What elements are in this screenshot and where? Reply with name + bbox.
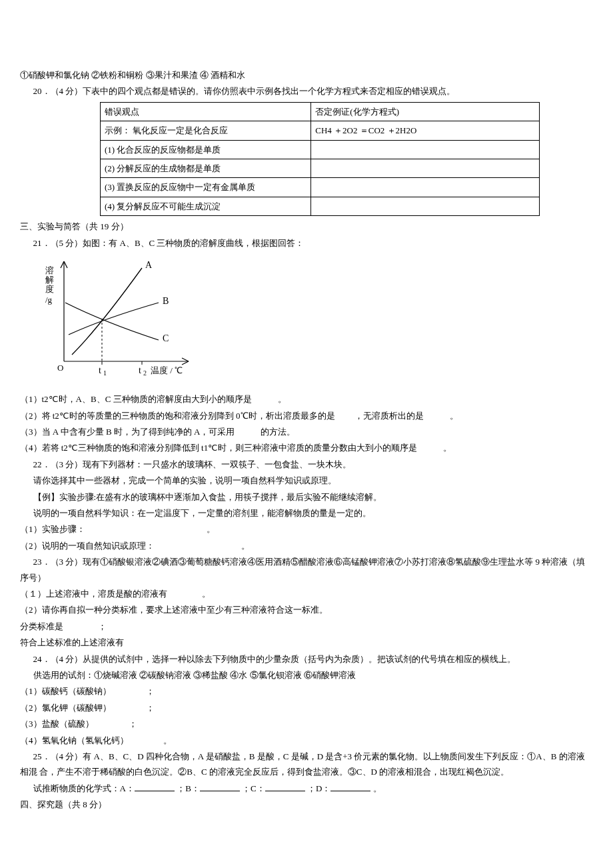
chart-svg: 溶 解 度 /g O t1 t2 温度 / ℃ A B C xyxy=(39,255,199,381)
svg-text:解: 解 xyxy=(45,275,54,285)
section4-heading: 四、探究题（共 8 分） xyxy=(20,797,593,812)
q20-stem: 20．（4 分）下表中的四个观点都是错误的。请你仿照表中示例各找出一个化学方程式… xyxy=(20,83,593,99)
q24-stem: 24．（4 分）从提供的试剂中，选择一种以除去下列物质中的少量杂质（括号内为杂质… xyxy=(20,651,593,667)
blank-C xyxy=(265,783,305,791)
table-row: 示例： 氧化反应一定是化合反应 CH4 ＋2O2 ＝CO2 ＋2H2O xyxy=(101,121,540,140)
q22-sub2: （2）说明的一项自然知识或原理： 。 xyxy=(20,538,593,553)
svg-line-4 xyxy=(182,358,189,361)
q21-sub2: （2）将 t2℃时的等质量的三种物质的饱和溶液分别降到 0℃时，析出溶质最多的是… xyxy=(20,408,593,423)
blank-A xyxy=(135,783,175,791)
q21-stem: 21．（5 分）如图：有 A、B、C 三种物质的溶解度曲线，根据图回答： xyxy=(20,235,593,251)
q24-sub4: （4）氢氧化钠（氢氧化钙） 。 xyxy=(20,733,593,748)
svg-line-1 xyxy=(61,261,64,268)
empty-cell xyxy=(311,140,540,159)
q22-l3: 【例】实验步骤:在盛有水的玻璃杯中逐渐加入食盐，用筷子搅拌，最后实验不能继续溶解… xyxy=(20,489,593,505)
svg-text:t: t xyxy=(139,365,141,375)
q21-sub1: （1）t2℃时，A、B、C 三种物质的溶解度由大到小的顺序是 。 xyxy=(20,391,593,407)
table-row: (1) 化合反应的反应物都是单质 xyxy=(101,140,540,159)
svg-text:C: C xyxy=(163,333,169,343)
q22-l2: 请你选择其中一些器材，完成一个简单的实验，说明一项自然科学知识或原理。 xyxy=(20,473,593,488)
example-cell: CH4 ＋2O2 ＝CO2 ＋2H2O xyxy=(311,121,540,140)
blank-B xyxy=(200,783,240,791)
empty-cell xyxy=(311,159,540,177)
q23-l3: 分类标准是 ； xyxy=(20,619,593,634)
q25-stem: 25．（4 分）有 A、B、C、D 四种化合物，A 是硝酸盐，B 是酸，C 是碱… xyxy=(20,749,593,780)
q22-l4: 说明的一项自然科学知识：在一定温度下，一定量的溶剂里，能溶解物质的量是一定的。 xyxy=(20,505,593,521)
svg-text:温度 / ℃: 温度 / ℃ xyxy=(151,365,183,375)
row-cell: (2) 分解反应的生成物都是单质 xyxy=(101,159,311,177)
q25-b: ；B： xyxy=(177,783,200,793)
row-cell: (4) 复分解反应不可能生成沉淀 xyxy=(101,197,311,215)
q23-l4: 符合上述标准的上述溶液有 xyxy=(20,635,593,650)
svg-line-2 xyxy=(64,261,67,268)
header-cell: 错误观点 xyxy=(101,102,311,121)
q25-c: ；C： xyxy=(242,783,265,793)
empty-cell xyxy=(311,178,540,197)
table-row: (4) 复分解反应不可能生成沉淀 xyxy=(101,197,540,215)
row-cell: (3) 置换反应的反应物中一定有金属单质 xyxy=(101,178,311,197)
svg-text:t: t xyxy=(99,365,101,375)
q21-sub4: （4）若将 t2℃三种物质的饱和溶液分别降低到 t1℃时，则三种溶液中溶质的质量… xyxy=(20,440,593,455)
q21-sub3: （3）当 A 中含有少量 B 时，为了得到纯净的 A，可采用 的方法。 xyxy=(20,424,593,439)
section3-heading: 三、实验与简答（共 19 分） xyxy=(20,219,593,234)
svg-text:A: A xyxy=(145,260,153,270)
svg-text:O: O xyxy=(57,363,63,373)
svg-text:2: 2 xyxy=(143,369,147,377)
svg-text:度: 度 xyxy=(45,284,54,294)
q25-prefix: 试推断物质的化学式：A： xyxy=(33,783,135,793)
q24-sub3: （3）盐酸（硫酸） ； xyxy=(20,716,593,731)
q24-sub2: （2）氯化钾（碳酸钾） ； xyxy=(20,700,593,715)
q25-d: ；D： xyxy=(307,783,330,793)
q24-l2: 供选用的试剂：①烧碱溶液 ②碳酸钠溶液 ③稀盐酸 ④水 ⑤氯化钡溶液 ⑥硝酸钾溶… xyxy=(20,667,593,683)
svg-line-5 xyxy=(182,361,189,365)
empty-cell xyxy=(311,197,540,215)
header-cell: 否定例证(化学方程式) xyxy=(311,102,540,121)
table-row: (3) 置换反应的反应物中一定有金属单质 xyxy=(101,178,540,197)
table-row: 错误观点 否定例证(化学方程式) xyxy=(101,102,540,121)
q22-sub1: （1）实验步骤： 。 xyxy=(20,521,593,537)
table-row: (2) 分解反应的生成物都是单质 xyxy=(101,159,540,177)
q25-end: 。 xyxy=(373,783,382,793)
q25-answer-line: 试推断物质的化学式：A： ；B： ；C： ；D： 。 xyxy=(20,781,593,796)
svg-text:溶: 溶 xyxy=(45,265,54,275)
solubility-chart: 溶 解 度 /g O t1 t2 温度 / ℃ A B C xyxy=(39,255,593,386)
row-cell: (1) 化合反应的反应物都是单质 xyxy=(101,140,311,159)
q19-continued: ①硝酸钾和氯化钠 ②铁粉和铜粉 ③果汁和果渣 ④ 酒精和水 xyxy=(20,67,593,83)
svg-text:B: B xyxy=(163,296,169,306)
example-cell: 示例： 氧化反应一定是化合反应 xyxy=(101,121,311,140)
q24-sub1: （1）碳酸钙（碳酸钠） ； xyxy=(20,683,593,699)
svg-text:1: 1 xyxy=(103,369,107,377)
q22-stem: 22．（3 分）现有下列器材：一只盛水的玻璃杯、一双筷子、一包食盐、一块木块。 xyxy=(20,457,593,472)
q23-stem: 23．（3 分）现有①硝酸银溶液②碘酒③葡萄糖酸钙溶液④医用酒精⑤醋酸溶液⑥高锰… xyxy=(20,554,593,585)
blank-D xyxy=(330,783,370,791)
q23-sub2: （2）请你再自拟一种分类标准，要求上述溶液中至少有三种溶液符合这一标准。 xyxy=(20,602,593,617)
q20-table: 错误观点 否定例证(化学方程式) 示例： 氧化反应一定是化合反应 CH4 ＋2O… xyxy=(100,102,540,216)
svg-text:/g: /g xyxy=(45,295,53,305)
q23-sub1: （１）上述溶液中，溶质是酸的溶液有 。 xyxy=(20,586,593,601)
